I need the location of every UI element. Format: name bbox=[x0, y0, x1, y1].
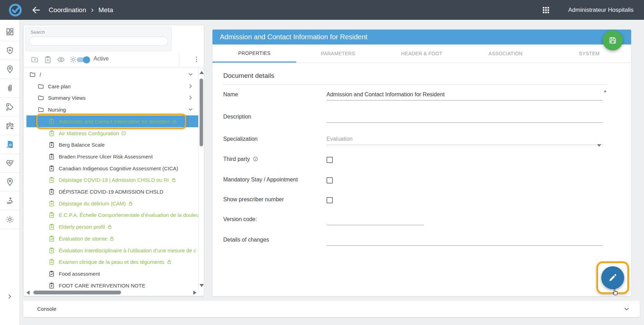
rail-expand-button[interactable] bbox=[0, 293, 19, 300]
clipboard-plus-icon bbox=[48, 165, 55, 172]
rail-item-location-2[interactable] bbox=[0, 173, 19, 192]
tree-item[interactable]: Évaluation interdisciplinaire à l’utilis… bbox=[26, 244, 199, 256]
kebab-menu-icon[interactable] bbox=[193, 55, 200, 64]
edit-button[interactable] bbox=[601, 266, 624, 289]
scroll-up-arrow[interactable] bbox=[200, 71, 204, 74]
clipboard-plus-icon bbox=[48, 153, 55, 160]
tree-item-label: Dépistage du délirium (CAM) bbox=[59, 201, 126, 206]
tab-header-foot[interactable]: HEADER & FOOT bbox=[380, 44, 464, 63]
console-bar[interactable]: Console bbox=[23, 301, 640, 317]
apps-grid-icon[interactable] bbox=[542, 6, 550, 14]
tree-root-label: / bbox=[40, 72, 41, 78]
rail-item-medical-shield[interactable] bbox=[0, 41, 19, 60]
tree-vertical-scrollbar[interactable] bbox=[198, 67, 204, 292]
lock-icon bbox=[171, 177, 176, 182]
section-title: Document details bbox=[223, 72, 274, 80]
document-icon bbox=[6, 140, 14, 149]
tree-item-label: Évaluation interdisciplinaire à l’utilis… bbox=[59, 247, 196, 253]
rail-item-team[interactable] bbox=[0, 116, 19, 135]
chevron-right-icon bbox=[6, 293, 13, 300]
tree-item[interactable]: Examen clinique de la peau et des tégume… bbox=[26, 256, 199, 268]
tree-item[interactable]: Canadian Indigenous Cognitive Assessment… bbox=[26, 162, 199, 174]
document-tree-panel: Search Active / Care plan bbox=[23, 25, 204, 296]
lock-icon bbox=[107, 224, 112, 229]
breadcrumb-separator: › bbox=[91, 6, 94, 15]
folder-icon bbox=[38, 106, 44, 113]
chevron-right-icon[interactable] bbox=[187, 83, 194, 89]
tree-item[interactable]: Évaluation de stomie bbox=[26, 233, 199, 244]
rail-item-location[interactable] bbox=[0, 60, 19, 79]
tree-root-row[interactable]: / bbox=[26, 68, 199, 80]
active-toggle[interactable] bbox=[77, 57, 89, 62]
tree-item-label: DÉPISTAGE COVID-19 ADMISSION CHSLD bbox=[59, 189, 163, 195]
medical-shield-icon bbox=[6, 46, 14, 55]
info-icon[interactable] bbox=[253, 156, 258, 162]
folder-icon bbox=[38, 83, 44, 90]
specialization-value[interactable]: Evaluation bbox=[327, 136, 353, 142]
chevron-down-icon[interactable] bbox=[623, 306, 630, 312]
tree-item[interactable]: Food assessment bbox=[26, 268, 199, 279]
breadcrumb-coordination[interactable]: Coordination bbox=[49, 6, 86, 14]
add-document-icon[interactable] bbox=[44, 56, 52, 64]
tree-item[interactable]: FOOT CARE INTERVENTION NOTE bbox=[26, 279, 199, 291]
save-icon bbox=[608, 36, 617, 45]
tree-folder-care-plan[interactable]: Care plan bbox=[26, 80, 199, 92]
current-user[interactable]: Administrateur Hospitalis bbox=[568, 7, 634, 14]
rail-item-settings[interactable] bbox=[0, 210, 19, 229]
chevron-down-icon[interactable] bbox=[187, 71, 194, 78]
tree-folder-nursing[interactable]: Nursing bbox=[26, 104, 199, 115]
rail-item-health-pulse[interactable] bbox=[0, 154, 19, 173]
back-arrow-icon[interactable] bbox=[31, 5, 41, 15]
vertical-scroll-thumb[interactable] bbox=[200, 79, 203, 146]
tree-item-label: Évaluation de stomie bbox=[59, 236, 107, 242]
gear-icon[interactable] bbox=[69, 56, 77, 64]
description-underline bbox=[327, 122, 603, 123]
tree-item-selected[interactable]: Admission and Contact Information for Re… bbox=[26, 115, 199, 127]
mandatory-stay-checkbox[interactable] bbox=[327, 177, 333, 184]
rail-item-tag[interactable] bbox=[0, 98, 19, 116]
scroll-left-arrow[interactable] bbox=[26, 291, 30, 295]
tree-item[interactable]: Dépistage du délirium (CAM) bbox=[26, 197, 199, 209]
tree-item[interactable]: E.C.P.A. Échelle Comportementale d’évalu… bbox=[26, 209, 199, 221]
tab-parameters[interactable]: PARAMETERS bbox=[296, 44, 380, 63]
rail-item-attachment[interactable] bbox=[0, 79, 19, 98]
save-button[interactable] bbox=[603, 30, 623, 50]
name-value[interactable]: Admission and Contact Information for Re… bbox=[327, 91, 445, 98]
horizontal-scroll-thumb[interactable] bbox=[33, 291, 121, 294]
rail-item-documents[interactable] bbox=[0, 135, 19, 154]
dropdown-caret-icon[interactable] bbox=[597, 144, 601, 147]
tree-item[interactable]: Berg Balance Scale bbox=[26, 139, 199, 151]
lock-icon bbox=[109, 236, 114, 241]
scroll-down-arrow[interactable] bbox=[200, 284, 204, 287]
tree-item[interactable]: Dépistage COVID-19 | Admission CHSLD ou … bbox=[26, 174, 199, 186]
tree-item-label: Admission and Contact Information for Re… bbox=[59, 119, 170, 124]
search-input[interactable] bbox=[29, 36, 168, 46]
rail-item-care[interactable] bbox=[0, 192, 19, 210]
mandatory-stay-label: Mandatory Stay / Appointment bbox=[223, 177, 298, 183]
pencil-icon bbox=[608, 273, 618, 283]
tree-item[interactable]: Air Mattress Configuration bbox=[26, 127, 199, 139]
add-folder-icon[interactable] bbox=[31, 56, 39, 64]
tab-association[interactable]: ASSOCIATION bbox=[464, 44, 547, 63]
third-party-checkbox[interactable] bbox=[327, 157, 333, 163]
clipboard-chart-icon bbox=[48, 235, 55, 242]
tree-item[interactable]: Braden Pressure Ulcer Risk Assessment bbox=[26, 151, 199, 162]
prescriber-checkbox[interactable] bbox=[327, 197, 333, 203]
clipboard-plus-icon bbox=[48, 188, 55, 195]
third-party-label: Third party bbox=[223, 156, 258, 162]
section-rule bbox=[223, 84, 607, 85]
required-marker: * bbox=[604, 89, 606, 96]
tree-folder-summary-views[interactable]: Summary Views bbox=[26, 92, 199, 104]
tree-item[interactable]: DÉPISTAGE COVID-19 ADMISSION CHSLD bbox=[26, 186, 199, 197]
chevron-down-icon[interactable] bbox=[187, 106, 194, 113]
detail-tabs: PROPERTIES PARAMETERS HEADER & FOOT ASSO… bbox=[212, 44, 631, 63]
chevron-right-icon[interactable] bbox=[187, 95, 194, 101]
rail-item-dashboard[interactable] bbox=[0, 23, 19, 41]
tree-horizontal-scrollbar[interactable] bbox=[25, 290, 199, 295]
scroll-right-arrow[interactable] bbox=[193, 291, 196, 295]
lock-icon bbox=[128, 201, 133, 206]
breadcrumb-meta[interactable]: Meta bbox=[98, 6, 113, 14]
tree-item[interactable]: Elderly person profil bbox=[26, 221, 199, 233]
eye-icon[interactable] bbox=[57, 56, 65, 64]
tab-properties[interactable]: PROPERTIES bbox=[212, 44, 296, 63]
